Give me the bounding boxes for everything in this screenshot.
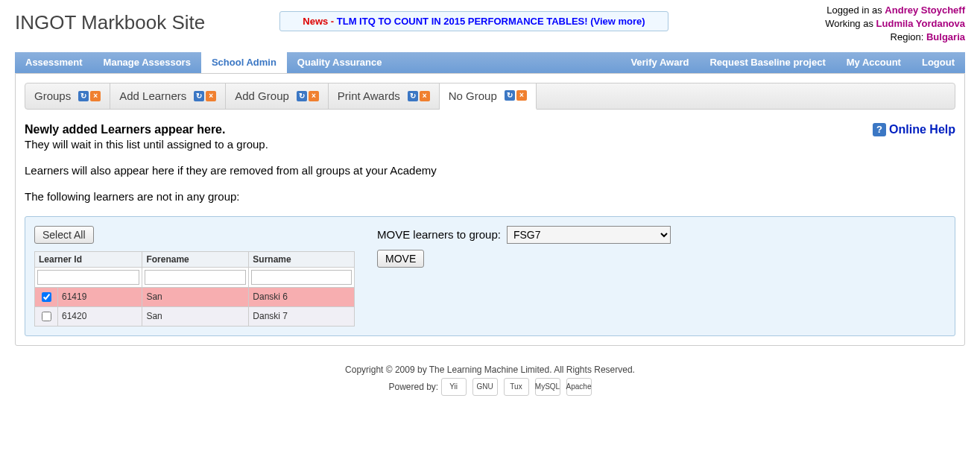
move-column: MOVE learners to group: FSG7 MOVE — [377, 226, 946, 268]
subtab[interactable]: No Group↻× — [440, 83, 537, 110]
th-surname[interactable]: Surname — [249, 251, 355, 267]
subtabs: Groups↻×Add Learners↻×Add Group↻×Print A… — [25, 83, 955, 110]
intro-text: Newly added Learners appear here. They w… — [25, 123, 955, 203]
group-select[interactable]: FSG7 — [507, 226, 671, 244]
refresh-icon[interactable]: ↻ — [408, 91, 418, 101]
intro-heading: Newly added Learners appear here. — [25, 123, 955, 136]
header: INGOT Markbook Site News - TLM ITQ TO CO… — [15, 0, 965, 45]
user-info: Logged in as Andrey Stoycheff Working as… — [825, 4, 965, 45]
footer-logo[interactable]: GNU — [472, 378, 498, 396]
news-banner[interactable]: News - TLM ITQ TO COUNT IN 2015 PERFORMA… — [279, 11, 668, 31]
refresh-icon[interactable]: ↻ — [297, 91, 307, 101]
cell-forename: San — [142, 287, 249, 306]
intro-line1: They will wait in this list until assign… — [25, 138, 955, 151]
footer-logo[interactable]: Apache — [566, 378, 592, 396]
news-label: News - — [303, 16, 337, 27]
close-icon[interactable]: × — [420, 91, 430, 101]
nav-item[interactable]: Assessment — [15, 52, 93, 73]
site-title: INGOT Markbook Site — [15, 4, 205, 34]
logged-in-prefix: Logged in as — [826, 4, 885, 16]
close-icon[interactable]: × — [90, 91, 101, 101]
move-button[interactable]: MOVE — [377, 250, 424, 268]
subtab-label: Groups — [34, 89, 71, 102]
panel-body: ? Online Help Newly added Learners appea… — [25, 110, 955, 336]
cell-surname: Danski 7 — [249, 306, 355, 326]
footer: Copyright © 2009 by The Learning Machine… — [15, 365, 965, 396]
logged-in-user-link[interactable]: Andrey Stoycheff — [885, 4, 965, 16]
subtab-label: Add Learners — [119, 89, 186, 102]
row-checkbox[interactable] — [42, 312, 51, 321]
move-label: MOVE learners to group: — [377, 228, 501, 241]
main-nav: AssessmentManage AssessorsSchool AdminQu… — [15, 52, 965, 73]
region-link[interactable]: Bulgaria — [926, 31, 965, 42]
subtab[interactable]: Add Learners↻× — [110, 83, 226, 109]
region-prefix: Region: — [891, 31, 926, 42]
cell-surname: Danski 6 — [249, 287, 355, 306]
refresh-icon[interactable]: ↻ — [505, 90, 515, 101]
intro-line3: The following learners are not in any gr… — [25, 190, 955, 203]
intro-line2: Learners will also appear here if they a… — [25, 164, 955, 177]
nav-item[interactable]: Quality Assurance — [287, 52, 393, 73]
row-checkbox[interactable] — [42, 292, 51, 302]
subtab-label: No Group — [449, 89, 497, 102]
footer-powered-by: Powered by: — [388, 381, 438, 391]
online-help-label: Online Help — [889, 123, 955, 136]
close-icon[interactable]: × — [309, 91, 319, 101]
nav-item[interactable]: Logout — [911, 52, 965, 73]
refresh-icon[interactable]: ↻ — [194, 91, 204, 101]
subtab[interactable]: Groups↻× — [25, 83, 110, 109]
nav-item[interactable]: Request Baseline project — [699, 52, 835, 73]
news-text: TLM ITQ TO COUNT IN 2015 PERFORMANCE TAB… — [337, 16, 645, 27]
footer-logo[interactable]: MySQL — [535, 378, 560, 396]
subtab[interactable]: Add Group↻× — [226, 83, 329, 109]
th-learner-id[interactable]: Learner Id — [35, 251, 142, 267]
nav-item[interactable]: My Account — [836, 52, 911, 73]
subtab-label: Print Awards — [338, 89, 400, 102]
footer-logo[interactable]: Yii — [441, 378, 467, 396]
filter-learner-id[interactable] — [37, 270, 139, 285]
cell-learner-id: 61419 — [58, 287, 142, 306]
content-area: Groups↻×Add Learners↻×Add Group↻×Print A… — [15, 73, 965, 346]
cell-learner-id: 61420 — [58, 306, 142, 326]
nav-item[interactable]: Verify Award — [620, 52, 699, 73]
close-icon[interactable]: × — [516, 90, 527, 101]
learners-table: Learner Id Forename Surname 61419SanDans… — [34, 251, 355, 327]
working-as-user-link[interactable]: Ludmila Yordanova — [876, 18, 965, 29]
work-box: Select All Learner Id Forename Surname — [25, 216, 955, 336]
table-row: 61419SanDanski 6 — [35, 287, 355, 306]
close-icon[interactable]: × — [206, 91, 216, 101]
footer-logo[interactable]: Tux — [504, 378, 529, 396]
footer-copyright: Copyright © 2009 by The Learning Machine… — [15, 365, 965, 375]
filter-forename[interactable] — [145, 270, 246, 285]
online-help-link[interactable]: ? Online Help — [873, 123, 955, 136]
help-icon: ? — [873, 123, 886, 136]
filter-surname[interactable] — [251, 270, 352, 285]
subtab[interactable]: Print Awards↻× — [329, 83, 440, 109]
subtab-label: Add Group — [235, 89, 289, 102]
table-row: 61420SanDanski 7 — [35, 306, 355, 326]
cell-forename: San — [142, 306, 249, 326]
working-as-prefix: Working as — [825, 18, 876, 29]
learner-column: Select All Learner Id Forename Surname — [34, 226, 355, 327]
select-all-button[interactable]: Select All — [34, 226, 94, 244]
nav-item[interactable]: School Admin — [201, 52, 287, 73]
nav-item[interactable]: Manage Assessors — [93, 52, 201, 73]
refresh-icon[interactable]: ↻ — [78, 91, 89, 101]
th-forename[interactable]: Forename — [142, 251, 249, 267]
